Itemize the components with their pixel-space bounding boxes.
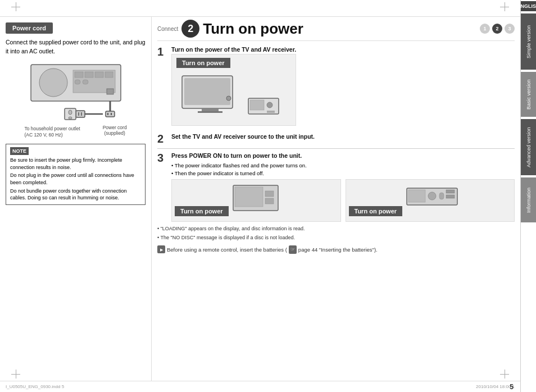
step-1-content: Turn on power xyxy=(171,54,296,126)
separator xyxy=(157,148,515,149)
bottom-bar: I_U0505U_ENG_0930.indd 5 2010/10/04 18:0… xyxy=(0,381,520,392)
note-item-3: Do not bundle power cords together with … xyxy=(10,188,141,202)
svg-point-1 xyxy=(39,69,67,97)
sidebar-tab-information[interactable]: Information xyxy=(521,177,536,222)
step-3-text: Press POWER ON to turn on power to the u… xyxy=(171,152,515,160)
remote-note-text: Before using a remote control, insert th… xyxy=(167,246,287,253)
step-3-row: 3 Press POWER ON to turn on power to the… xyxy=(157,152,515,222)
note-label: NOTE xyxy=(10,147,29,156)
step-1-num: 1 xyxy=(157,45,169,58)
remote-icon: ▶ xyxy=(157,245,165,253)
svg-rect-8 xyxy=(83,80,88,84)
svg-rect-22 xyxy=(184,78,230,105)
loading-notes: • "LOADING" appears on the display, and … xyxy=(157,225,515,241)
remote-note: ▶ Before using a remote control, insert … xyxy=(157,245,515,254)
tv-illustration xyxy=(176,70,291,122)
svg-rect-7 xyxy=(75,80,80,84)
svg-rect-32 xyxy=(265,191,274,197)
step-3-box-2: Turn on power xyxy=(346,179,515,222)
right-panel: Connect 2 Turn on power 1 2 3 1 Turn on … xyxy=(152,17,520,381)
timestamp: 2010/10/04 18:00:1 xyxy=(476,384,515,389)
svg-rect-24 xyxy=(198,111,222,113)
svg-point-19 xyxy=(69,110,72,115)
section-header: Power cord xyxy=(6,22,53,34)
step-3-boxes: Turn on power Turn on power xyxy=(171,179,515,222)
mini-device-svg-1 xyxy=(230,183,281,213)
step-indicators: 1 2 3 xyxy=(480,24,515,34)
svg-rect-5 xyxy=(95,72,103,78)
svg-point-25 xyxy=(226,96,231,101)
note-list: Be sure to insert the power plug firmly.… xyxy=(10,157,141,202)
outlet-label: To household power outlet(AC 120 V, 60 H… xyxy=(24,126,80,138)
svg-rect-23 xyxy=(202,108,219,111)
step-dot-1: 1 xyxy=(480,24,490,34)
svg-rect-9 xyxy=(107,89,113,94)
svg-point-28 xyxy=(267,102,272,108)
sidebar-tab-basic[interactable]: Basic version xyxy=(521,72,536,117)
step-3-num: 3 xyxy=(157,152,169,164)
step-1-row: 1 Turn on the power of the TV and AV rec… xyxy=(157,45,515,129)
turn-on-label-1: Turn on power xyxy=(176,58,230,68)
step-3-note-2: Then the power indicator is turned off. xyxy=(171,170,515,177)
turn-on-label-3b: Turn on power xyxy=(349,206,403,216)
step-2-text: Set the TV and AV receiver source to the… xyxy=(171,133,315,141)
step-circle: 2 xyxy=(181,20,199,38)
svg-rect-35 xyxy=(408,190,425,202)
remote-note-text2: page 44 "Inserting the batteries"). xyxy=(298,246,378,253)
page-number: 5 xyxy=(510,383,514,391)
svg-rect-27 xyxy=(250,100,264,110)
step-2-num: 2 xyxy=(157,133,169,145)
page-ref-icon: ☞ xyxy=(289,245,297,254)
step-2-row: 2 Set the TV and AV receiver source to t… xyxy=(157,133,515,145)
diagram-labels: To household power outlet(AC 120 V, 60 H… xyxy=(24,124,126,138)
step-3-box-1: Turn on power xyxy=(171,179,341,222)
svg-rect-11 xyxy=(106,111,115,117)
filename: I_U0505U_ENG_0930.indd 5 xyxy=(6,384,64,389)
page-title-row: Connect 2 Turn on power 1 2 3 xyxy=(157,17,515,41)
left-panel: Power cord Connect the supplied power co… xyxy=(0,17,152,381)
right-sidebar: ENGLISH Simple version Basic version Adv… xyxy=(520,0,536,392)
step-1-text: Turn on the power of the TV and AV recei… xyxy=(171,45,296,54)
step-3-note-1: The power indicator flashes red and the … xyxy=(171,162,515,169)
note-box: NOTE Be sure to insert the power plug fi… xyxy=(6,144,146,205)
page-title: Turn on power xyxy=(203,20,303,38)
svg-rect-37 xyxy=(439,193,444,199)
svg-point-36 xyxy=(428,192,436,200)
loading-note: • "LOADING" appears on the display, and … xyxy=(157,225,515,233)
tv-svg xyxy=(179,73,241,118)
svg-rect-3 xyxy=(75,72,83,78)
svg-rect-29 xyxy=(267,111,275,113)
svg-rect-4 xyxy=(85,72,93,78)
svg-rect-39 xyxy=(446,195,455,198)
av-receiver-svg xyxy=(247,93,280,118)
svg-rect-33 xyxy=(265,198,274,204)
step-3-subnotes: The power indicator flashes red and the … xyxy=(171,162,515,177)
svg-point-20 xyxy=(69,117,72,119)
turn-on-label-3a: Turn on power xyxy=(175,206,229,216)
description-text: Connect the supplied power cord to the u… xyxy=(6,38,146,56)
svg-rect-38 xyxy=(446,190,455,193)
no-disc-note: • The "NO DISC" message is displayed if … xyxy=(157,234,515,241)
sidebar-tab-advanced[interactable]: Advanced version xyxy=(521,119,536,175)
top-bar xyxy=(0,0,520,17)
note-item-1: Be sure to insert the power plug firmly.… xyxy=(10,157,141,171)
sidebar-tab-english[interactable]: ENGLISH xyxy=(521,1,536,11)
sidebar-tab-simple[interactable]: Simple version xyxy=(521,13,536,70)
svg-rect-6 xyxy=(105,72,113,78)
device-diagram xyxy=(20,62,132,129)
step-dot-2: 2 xyxy=(492,24,502,34)
svg-rect-31 xyxy=(235,187,263,207)
note-item-2: Do not plug in the power cord until all … xyxy=(10,172,141,186)
cord-label: Power cord(supplied) xyxy=(103,125,127,138)
step-dot-3: 3 xyxy=(505,24,515,34)
diagram-area: To household power outlet(AC 120 V, 60 H… xyxy=(6,62,146,138)
mini-device-svg-2 xyxy=(404,183,460,213)
connect-label: Connect xyxy=(157,26,178,32)
svg-rect-15 xyxy=(76,111,85,117)
main-container: Power cord Connect the supplied power co… xyxy=(0,17,520,381)
